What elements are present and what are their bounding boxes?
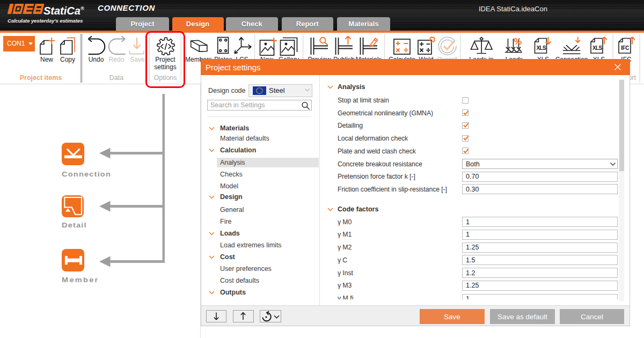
svg-text:IFC: IFC bbox=[621, 45, 629, 51]
svg-text:XLS: XLS bbox=[537, 45, 547, 51]
svg-text:XLS: XLS bbox=[592, 45, 603, 51]
svg-text:%: % bbox=[514, 36, 522, 46]
